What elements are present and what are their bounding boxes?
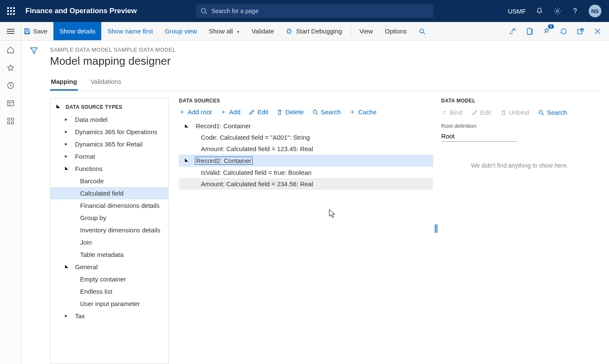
search-icon	[419, 28, 425, 35]
data-source-types-header[interactable]: DATA SOURCE TYPES	[50, 101, 168, 113]
cache-label: Cache	[358, 108, 376, 116]
options-menu[interactable]: Options	[379, 22, 413, 40]
tree-item[interactable]: Inventory dimensions details	[50, 224, 168, 236]
search-icon	[200, 8, 207, 14]
app-launcher-button[interactable]	[3, 3, 19, 19]
root-definition-input[interactable]	[441, 131, 517, 142]
data-sources-header: DATA SOURCES	[179, 98, 435, 104]
popout-button[interactable]	[575, 26, 586, 37]
add-button[interactable]: ＋Add	[220, 108, 241, 116]
group-view-button[interactable]: Group view	[159, 22, 203, 40]
show-details-button[interactable]: Show details	[53, 22, 101, 40]
collapse-icon[interactable]: ◢	[185, 123, 188, 128]
splitter-handle[interactable]	[435, 224, 437, 233]
show-all-label: Show all	[209, 28, 233, 35]
add-root-button[interactable]: ＋Add root	[179, 108, 212, 116]
separator	[350, 26, 351, 36]
tree-item[interactable]: User input parameter	[50, 298, 168, 310]
page-title: Model mapping designer	[50, 55, 601, 68]
edit-button[interactable]: Edit	[249, 108, 268, 116]
save-button[interactable]: Save	[21, 22, 53, 40]
favorites-nav-button[interactable]	[6, 63, 16, 73]
breadcrumb: SAMPLE DATA MODEL SAMPLE DATA MODEL	[50, 47, 601, 53]
attachments-button[interactable]: 0	[541, 26, 552, 37]
open-new-button[interactable]	[524, 26, 535, 37]
close-button[interactable]	[592, 26, 603, 37]
root-definition-label: Root definition	[441, 123, 598, 129]
plus-icon: ＋	[179, 108, 185, 116]
show-name-first-button[interactable]: Show name first	[101, 22, 159, 40]
legal-entity-picker[interactable]: USMF	[508, 8, 526, 15]
refresh-button[interactable]	[558, 26, 569, 37]
nav-hamburger-button[interactable]	[0, 22, 21, 41]
validate-button[interactable]: Validate	[245, 22, 280, 40]
data-source-row[interactable]: Code: Calculated field = "A001": String	[179, 132, 433, 143]
tree-item[interactable]: Dynamics 365 for Retail	[50, 138, 168, 150]
tree-item[interactable]: Table metadata	[50, 248, 168, 261]
settings-button[interactable]	[553, 7, 562, 15]
svg-rect-12	[8, 101, 14, 106]
tree-item[interactable]: Join	[50, 236, 168, 248]
tree-item[interactable]: Endless list	[50, 285, 168, 298]
show-name-first-label: Show name first	[107, 28, 153, 35]
data-source-row[interactable]: IsValid: Calculated field = true: Boolea…	[179, 167, 433, 178]
filter-button[interactable]	[30, 47, 38, 364]
search-placeholder: Search for a page	[211, 8, 259, 14]
delete-button[interactable]: Delete	[277, 108, 303, 116]
search-icon	[538, 110, 544, 116]
unbind-button[interactable]: Unbind	[501, 109, 529, 116]
clock-icon	[7, 82, 14, 89]
link-icon	[441, 110, 447, 116]
tree-item[interactable]: Functions	[50, 163, 168, 175]
row-label: Record1: Container	[196, 122, 251, 130]
tab-mapping[interactable]: Mapping	[50, 75, 78, 91]
workspaces-nav-button[interactable]	[6, 98, 16, 108]
row-label: Record2: Container	[195, 157, 253, 165]
data-source-row[interactable]: Amount: Calculated field = 123.45: Real	[179, 143, 433, 154]
find-button[interactable]	[413, 22, 431, 40]
save-label: Save	[33, 28, 47, 35]
tree-item[interactable]: Group by	[50, 212, 168, 224]
cache-button[interactable]: ＋Cache	[349, 108, 376, 116]
tree-item[interactable]: Tax	[50, 310, 168, 322]
dm-edit-button[interactable]: Edit	[472, 109, 491, 116]
tree-item[interactable]: Dynamics 365 for Operations	[50, 126, 168, 138]
tree-item[interactable]: General	[50, 261, 168, 273]
user-avatar[interactable]: NS	[589, 5, 601, 17]
svg-point-19	[539, 110, 542, 114]
data-source-row[interactable]: ◢Record2: Container	[179, 154, 433, 167]
add-root-label: Add root	[188, 108, 212, 116]
tab-strip: Mapping Validations	[50, 75, 601, 91]
dm-search-button[interactable]: Search	[538, 109, 567, 116]
view-menu[interactable]: View	[353, 22, 379, 40]
notifications-button[interactable]	[535, 7, 544, 15]
debug-icon	[286, 28, 292, 35]
home-nav-button[interactable]	[6, 45, 16, 55]
collapse-icon[interactable]: ◢	[185, 157, 188, 162]
gear-icon	[553, 7, 561, 15]
data-source-row[interactable]: Amount: Calculated field = 234.56: Real	[179, 178, 433, 190]
ds-search-button[interactable]: Search	[312, 108, 341, 116]
help-button[interactable]	[571, 7, 579, 15]
data-source-row[interactable]: ◢Record1: Container	[179, 120, 433, 132]
tree-item[interactable]: Empty container	[50, 273, 168, 285]
modules-nav-button[interactable]	[6, 116, 16, 126]
svg-point-7	[420, 29, 423, 33]
tree-item[interactable]: Calculated field	[50, 187, 168, 199]
tree-item[interactable]: Format	[50, 150, 168, 163]
funnel-icon	[30, 47, 38, 55]
tab-validations[interactable]: Validations	[90, 75, 122, 91]
tree-item[interactable]: Data model	[50, 113, 168, 126]
start-debugging-label: Start Debugging	[296, 28, 342, 35]
recent-nav-button[interactable]	[6, 80, 16, 91]
link-button[interactable]	[507, 26, 518, 37]
bind-button[interactable]: Bind	[441, 109, 462, 116]
data-source-types-panel: DATA SOURCE TYPES Data modelDynamics 365…	[50, 98, 169, 364]
global-search-input[interactable]: Search for a page	[196, 4, 434, 18]
show-all-dropdown[interactable]: Show all	[203, 22, 246, 40]
svg-line-8	[423, 33, 425, 34]
start-debugging-button[interactable]: Start Debugging	[280, 22, 348, 40]
tree-item[interactable]: Barcode	[50, 175, 168, 187]
svg-line-1	[205, 12, 207, 14]
tree-item[interactable]: Financial dimensions details	[50, 199, 168, 212]
